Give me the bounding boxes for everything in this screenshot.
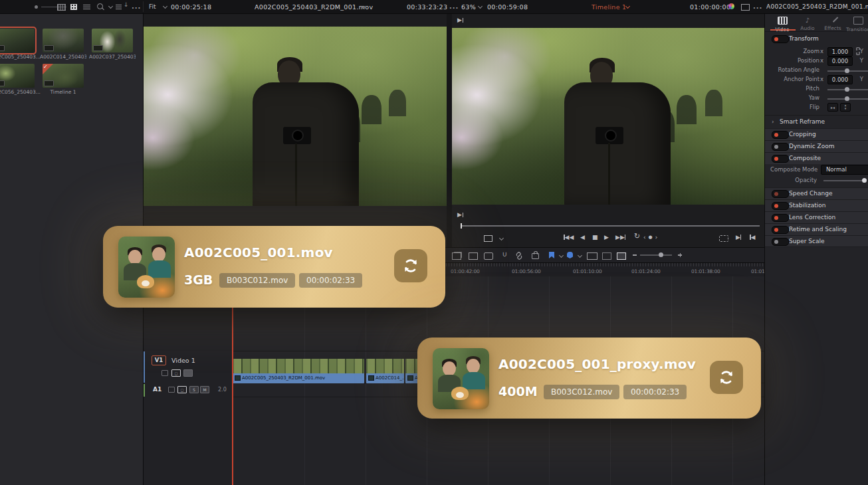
- section-composite[interactable]: Composite: [765, 152, 868, 164]
- v1-enable-icon[interactable]: [183, 369, 193, 377]
- pitch-slider[interactable]: [827, 89, 868, 90]
- yaw-slider[interactable]: [827, 98, 868, 100]
- section-stabilization[interactable]: Stabilization: [765, 199, 868, 211]
- composite-mode-dropdown[interactable]: Normal: [821, 165, 868, 175]
- speed-change-toggle[interactable]: [772, 190, 789, 198]
- media-clip-label[interactable]: 2C056_250403...: [0, 89, 43, 95]
- timeline-view-icon[interactable]: [452, 252, 461, 260]
- marker-chevron-icon[interactable]: [578, 253, 582, 258]
- loop-button[interactable]: ↻: [634, 233, 640, 241]
- jump-to-icon[interactable]: ▶: [457, 211, 463, 219]
- list-view-icon[interactable]: [83, 4, 90, 9]
- viewer-size-icon[interactable]: [484, 235, 492, 242]
- smart-reframe-section[interactable]: › Smart Reframe: [765, 116, 868, 128]
- play-reverse-button[interactable]: ◀: [580, 233, 585, 241]
- zoom-custom-icon[interactable]: [617, 252, 626, 260]
- rotation-slider[interactable]: [827, 70, 868, 72]
- next-edit-icon[interactable]: ▶: [736, 233, 741, 241]
- super-scale-toggle[interactable]: [772, 238, 789, 246]
- source-timecode-in[interactable]: 00:00:25:18: [171, 3, 211, 11]
- transform-toggle[interactable]: [772, 35, 789, 43]
- fullscreen-icon[interactable]: [741, 4, 750, 11]
- v1-lock-icon[interactable]: [162, 370, 168, 376]
- viewer-scrubber[interactable]: [461, 225, 760, 227]
- lens-correction-toggle[interactable]: [772, 214, 789, 222]
- tab-transition[interactable]: Transition: [846, 17, 868, 33]
- match-frame-icon[interactable]: [719, 235, 728, 242]
- color-wheel-icon[interactable]: [728, 3, 734, 9]
- timeline-name-dropdown[interactable]: Timeline 1: [592, 3, 626, 11]
- swap-timeline-icon[interactable]: [484, 252, 493, 260]
- flip-vertical-button[interactable]: ▴▾: [840, 103, 851, 112]
- media-more-button[interactable]: ...: [132, 3, 141, 10]
- media-clip-thumbnail[interactable]: [0, 64, 35, 88]
- last-frame-button[interactable]: ▶▶: [615, 233, 625, 241]
- zoom-full-extent-icon[interactable]: [587, 252, 597, 260]
- tab-effects[interactable]: Effects: [821, 17, 845, 31]
- zoom-chevron-icon[interactable]: [478, 4, 483, 9]
- stabilization-toggle[interactable]: [772, 202, 789, 210]
- prev-edit-icon[interactable]: ◀: [750, 233, 755, 241]
- section-dynamic-zoom[interactable]: Dynamic Zoom: [765, 140, 868, 152]
- search-chevron-icon[interactable]: [108, 4, 113, 9]
- viewer-zoom-level[interactable]: 63%: [461, 3, 476, 11]
- tab-audio[interactable]: ♪ Audio: [796, 17, 819, 31]
- thumb-size-dot[interactable]: [35, 5, 38, 9]
- sync-button[interactable]: [394, 249, 427, 282]
- v1-auto-select-icon[interactable]: ◻: [171, 369, 181, 377]
- stop-button[interactable]: ■: [592, 233, 598, 241]
- search-icon[interactable]: [97, 3, 103, 9]
- section-retime-scaling[interactable]: Retime and Scaling: [765, 223, 868, 235]
- fit-dropdown[interactable]: Fit: [149, 3, 156, 10]
- media-clip-thumbnail[interactable]: [43, 29, 84, 52]
- timeline-item-label[interactable]: Timeline 1: [40, 89, 86, 95]
- zoom-out-icon[interactable]: [633, 254, 637, 256]
- timeline-timecode-in[interactable]: 00:00:59:08: [487, 3, 528, 11]
- sync-button[interactable]: [710, 361, 743, 394]
- media-clip-label[interactable]: A002C014_250403...: [40, 54, 86, 60]
- play-button[interactable]: ▶: [604, 233, 609, 241]
- snapping-magnet-icon[interactable]: ∩: [502, 250, 507, 259]
- media-clip-label[interactable]: 2C005_250403...: [0, 54, 43, 60]
- scrubber-playhead[interactable]: [461, 223, 462, 229]
- source-more-button[interactable]: ...: [449, 3, 459, 10]
- zoom-detail-icon[interactable]: [602, 252, 611, 260]
- timeline-thumbnail[interactable]: ✓: [43, 64, 84, 88]
- timeline-clip[interactable]: A002C014_...: [366, 359, 404, 383]
- cropping-toggle[interactable]: [772, 131, 789, 139]
- timeline-zoom-slider[interactable]: [640, 254, 672, 256]
- media-clip-label[interactable]: A002C037_250403...: [89, 54, 136, 60]
- a1-solo-button[interactable]: S: [189, 386, 199, 393]
- jump-to-icon[interactable]: ▶: [457, 16, 463, 24]
- v1-track-badge[interactable]: V1: [152, 355, 166, 365]
- jog-control[interactable]: ‹●›: [643, 233, 660, 241]
- grid-view-icon[interactable]: [70, 4, 77, 10]
- timeline-video-frame[interactable]: [452, 28, 764, 205]
- dynamic-zoom-toggle[interactable]: [772, 143, 789, 151]
- composite-toggle[interactable]: [772, 155, 789, 163]
- opacity-slider[interactable]: [823, 180, 866, 181]
- source-video-frame[interactable]: [144, 27, 447, 206]
- flag-icon[interactable]: [549, 252, 554, 258]
- v1-track-name[interactable]: Video 1: [171, 357, 195, 364]
- section-cropping[interactable]: Cropping: [765, 128, 868, 140]
- a1-mute-button[interactable]: M: [200, 386, 209, 393]
- media-clip-thumbnail[interactable]: [0, 29, 35, 52]
- link-clips-icon[interactable]: [515, 252, 523, 260]
- transform-section-header[interactable]: Transform: [765, 33, 868, 45]
- media-clip-thumbnail[interactable]: [92, 29, 133, 52]
- split-clip-icon[interactable]: [469, 252, 478, 260]
- sort-arrow-icon[interactable]: ↓: [124, 1, 129, 8]
- lock-icon[interactable]: [532, 253, 539, 259]
- retime-scaling-toggle[interactable]: [772, 226, 789, 234]
- first-frame-button[interactable]: ◀◀: [564, 233, 574, 241]
- a1-track-badge[interactable]: A1: [153, 386, 162, 393]
- marker-icon[interactable]: [567, 252, 573, 258]
- filmstrip-view-icon[interactable]: [57, 4, 66, 11]
- viewer-more-button[interactable]: ...: [753, 3, 762, 10]
- section-speed-change[interactable]: Speed Change: [765, 187, 868, 199]
- flag-chevron-icon[interactable]: [559, 253, 564, 258]
- timeline-playhead[interactable]: [232, 308, 233, 485]
- viewer-size-chevron-icon[interactable]: [499, 236, 504, 241]
- a1-lock-icon[interactable]: [168, 387, 175, 393]
